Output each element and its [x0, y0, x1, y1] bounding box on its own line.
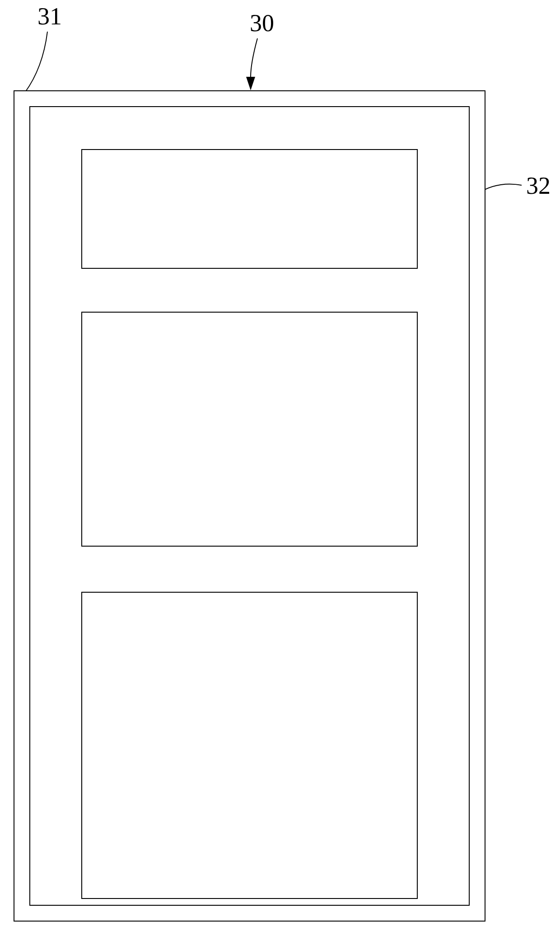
diagram-canvas: { "labels": { "l30": "30", "l31": "31", …	[0, 0, 560, 950]
panel-3	[81, 592, 418, 899]
panel-1	[81, 149, 418, 269]
panel-2	[81, 312, 418, 547]
